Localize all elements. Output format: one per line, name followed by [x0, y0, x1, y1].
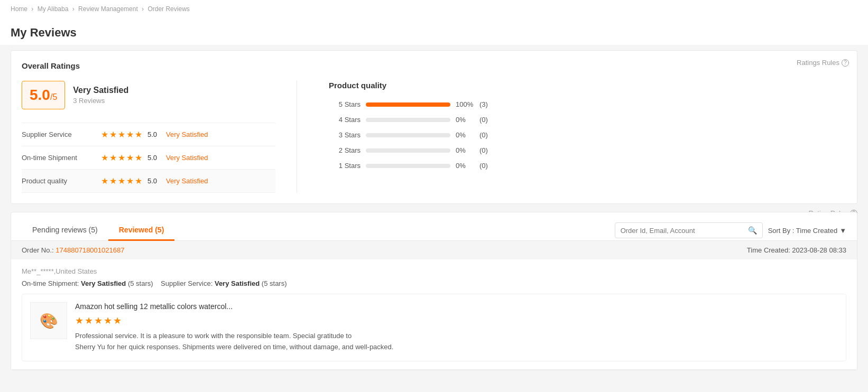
page-title: My Reviews	[0, 18, 868, 45]
tabs-container: Pending reviews (5) Reviewed (5)	[22, 220, 174, 240]
bar-label-2: 3 Stars	[329, 131, 361, 139]
rating-status-2: Very Satisfied	[166, 177, 208, 185]
order-no-section: Order No.: 174880718001021687	[22, 246, 124, 254]
tabs-section: Pending reviews (5) Reviewed (5) 🔍 Sort …	[11, 212, 857, 241]
supplier-status: Very Satisfied	[215, 279, 260, 287]
bar-row-4: 1 Stars 0% (0)	[329, 162, 846, 170]
product-name: Amazon hot selling 12 metallic colors wa…	[75, 302, 838, 311]
bar-label-3: 2 Stars	[329, 146, 361, 154]
rating-score-1: 5.0	[147, 154, 161, 162]
score-box: 5.0/5	[22, 81, 65, 109]
stars-2: ★ ★ ★ ★ ★	[101, 176, 142, 186]
ratings-rules-label: Ratings Rules	[797, 59, 839, 67]
tab-reviewed[interactable]: Reviewed (5)	[108, 220, 175, 241]
search-box[interactable]: 🔍	[615, 222, 763, 238]
tab-pending[interactable]: Pending reviews (5)	[22, 220, 108, 241]
search-icon[interactable]: 🔍	[748, 226, 757, 235]
bar-count-4: (0)	[479, 162, 488, 170]
review-item-0: Order No.: 174880718001021687 Time Creat…	[11, 241, 857, 370]
bar-track-1	[366, 118, 450, 122]
bar-row-0: 5 Stars 100% (3)	[329, 100, 846, 108]
bar-pct-2: 0%	[456, 131, 474, 139]
bar-track-3	[366, 148, 450, 153]
rating-score-0: 5.0	[147, 130, 161, 138]
left-panel: 5.0/5 Very Satisfied 3 Reviews Supplier …	[22, 81, 275, 193]
product-details: Amazon hot selling 12 metallic colors wa…	[75, 302, 838, 353]
score-section: 5.0/5 Very Satisfied 3 Reviews	[22, 81, 275, 109]
product-thumb: 🎨	[30, 302, 67, 339]
tab-reviewed-label: Reviewed (5)	[119, 226, 164, 234]
order-no-link[interactable]: 174880718001021687	[56, 246, 124, 254]
shipment-stars: (5 stars)	[128, 279, 159, 287]
bar-count-1: (0)	[479, 116, 488, 124]
score-info: Very Satisfied 3 Reviews	[73, 86, 128, 105]
rating-row-0: Supplier Service ★ ★ ★ ★ ★ 5.0 Very Sati…	[22, 123, 275, 146]
bar-label-4: 1 Stars	[329, 162, 361, 170]
product-review-0: 🎨 Amazon hot selling 12 metallic colors …	[22, 294, 846, 361]
overall-ratings-title: Overall Ratings	[22, 61, 846, 70]
shipment-label: On-time Shipment:	[22, 279, 81, 287]
score-denom: /5	[50, 92, 57, 101]
supplier-label: Supplier Service:	[161, 279, 215, 287]
score-value: 5.0	[30, 87, 50, 103]
rating-row-2: Product quality ★ ★ ★ ★ ★ 5.0 Very Satis…	[22, 169, 275, 193]
product-stars: ★ ★ ★ ★ ★	[75, 315, 838, 326]
right-panel: Product quality 5 Stars 100% (3) 4 Stars…	[318, 81, 846, 193]
rating-label-2: Product quality	[22, 177, 101, 185]
bar-label-1: 4 Stars	[329, 116, 361, 124]
bar-label-0: 5 Stars	[329, 100, 361, 108]
search-sort: 🔍 Sort By : Time Created ▼	[615, 222, 846, 238]
breadcrumb: Home › My Alibaba › Review Management › …	[0, 0, 868, 18]
ratings-card: Ratings Rules ? Overall Ratings 5.0/5 Ve…	[11, 50, 857, 204]
bar-row-3: 2 Stars 0% (0)	[329, 146, 846, 154]
ratings-rules-top[interactable]: Ratings Rules ?	[797, 59, 849, 67]
product-quality-title: Product quality	[329, 81, 846, 90]
bar-row-1: 4 Stars 0% (0)	[329, 116, 846, 124]
score-reviews: 3 Reviews	[73, 97, 128, 105]
chevron-down-icon: ▼	[839, 227, 846, 235]
bar-track-0	[366, 102, 450, 107]
bar-pct-0: 100%	[456, 100, 474, 108]
shipment-status: Very Satisfied	[81, 279, 126, 287]
rating-label-1: On-time Shipment	[22, 154, 101, 162]
info-icon-top[interactable]: ?	[842, 59, 849, 67]
time-created: Time Created: 2023-08-28 08:33	[747, 246, 846, 254]
sort-by[interactable]: Sort By : Time Created ▼	[768, 227, 846, 235]
bar-count-3: (0)	[479, 146, 488, 154]
bar-row-2: 3 Stars 0% (0)	[329, 131, 846, 139]
bar-count-0: (3)	[479, 100, 488, 108]
supplier-stars: (5 stars)	[262, 279, 287, 287]
stars-0: ★ ★ ★ ★ ★	[101, 129, 142, 139]
review-header-0: Order No.: 174880718001021687 Time Creat…	[11, 241, 857, 259]
sort-by-label: Sort By : Time Created	[768, 227, 838, 235]
rating-label-0: Supplier Service	[22, 130, 101, 138]
review-body-0: Me**_*****,United States On-time Shipmen…	[11, 259, 857, 369]
rating-score-2: 5.0	[147, 177, 161, 185]
search-input[interactable]	[621, 227, 748, 235]
vertical-divider	[297, 81, 297, 193]
bar-track-2	[366, 133, 450, 137]
bar-track-4	[366, 164, 450, 168]
bar-pct-1: 0%	[456, 116, 474, 124]
rating-row-1: On-time Shipment ★ ★ ★ ★ ★ 5.0 Very Sati…	[22, 146, 275, 169]
score-label: Very Satisfied	[73, 86, 128, 95]
bar-fill-0	[366, 102, 450, 107]
thumb-icon: 🎨	[40, 312, 58, 330]
shipment-info: On-time Shipment: Very Satisfied (5 star…	[22, 279, 846, 287]
bar-pct-3: 0%	[456, 146, 474, 154]
review-text: Professional service. It is a pleasure t…	[75, 331, 838, 353]
rating-status-1: Very Satisfied	[166, 154, 208, 162]
stars-1: ★ ★ ★ ★ ★	[101, 153, 142, 163]
bar-pct-4: 0%	[456, 162, 474, 170]
tab-pending-label: Pending reviews (5)	[32, 226, 98, 234]
reviews-list: Order No.: 174880718001021687 Time Creat…	[11, 241, 857, 370]
order-no-label: Order No.:	[22, 246, 56, 254]
rating-status-0: Very Satisfied	[166, 130, 208, 138]
reviewer-info: Me**_*****,United States	[22, 267, 846, 275]
bar-count-2: (0)	[479, 131, 488, 139]
